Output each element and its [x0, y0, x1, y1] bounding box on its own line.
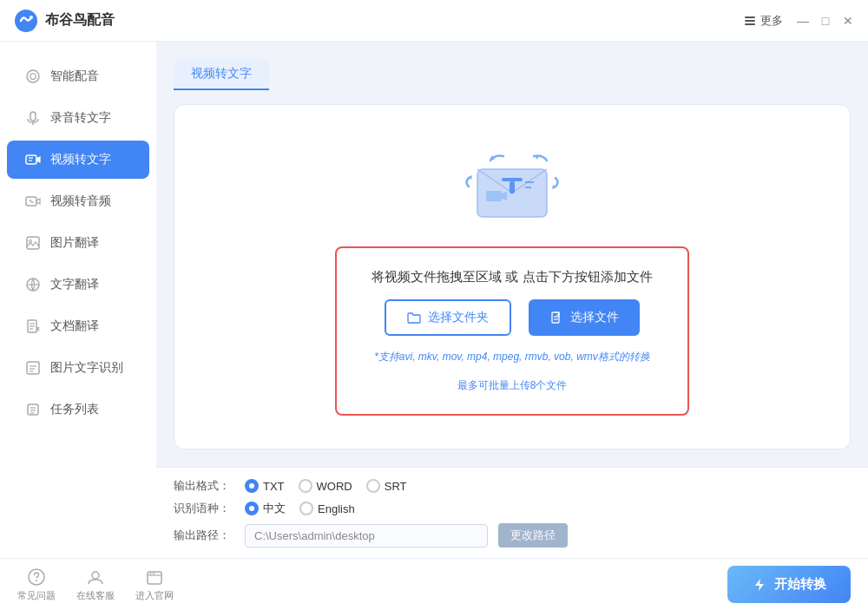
format-txt[interactable]: TXT	[245, 479, 285, 493]
svg-rect-37	[486, 191, 502, 201]
svg-rect-3	[745, 20, 755, 22]
sidebar-item-label: 文字翻译	[50, 277, 99, 292]
more-button[interactable]: 更多	[743, 13, 783, 29]
upload-box: 将视频文件拖拽至区域 或 点击下方按钮添加文件 选择文件夹	[335, 246, 688, 416]
sidebar-item-label: 视频转文字	[50, 152, 111, 167]
svg-rect-38	[552, 312, 559, 323]
svg-point-13	[30, 240, 32, 243]
batch-text: 最多可批量上传8个文件	[457, 378, 568, 393]
video-text-icon	[24, 151, 42, 168]
sidebar-item-text-translate[interactable]: 文字翻译	[7, 266, 149, 304]
svg-marker-36	[535, 155, 539, 160]
app-logo: 布谷鸟配音	[14, 9, 115, 33]
word-radio[interactable]	[299, 479, 312, 493]
sidebar-item-label: 任务列表	[50, 402, 99, 417]
support-text: *支持avi, mkv, mov, mp4, mpeg, rmvb, vob, …	[374, 350, 650, 364]
tab-video-to-text[interactable]: 视频转文字	[174, 59, 269, 90]
drop-zone[interactable]: 将视频文件拖拽至区域 或 点击下方按钮添加文件 选择文件夹	[174, 104, 851, 449]
official-site-icon	[145, 567, 164, 587]
svg-rect-8	[26, 155, 36, 164]
window-controls: — □ ✕	[797, 15, 854, 27]
sidebar-item-label: 文档翻译	[50, 318, 99, 334]
sidebar-item-video-to-text[interactable]: 视频转文字	[7, 141, 149, 179]
svg-rect-2	[745, 16, 755, 18]
sidebar-item-label: 视频转音频	[50, 193, 111, 209]
svg-point-47	[153, 573, 155, 574]
svg-point-1	[30, 16, 33, 19]
srt-radio[interactable]	[366, 479, 380, 493]
sidebar-item-task-list[interactable]: 任务列表	[7, 390, 149, 429]
drop-illustration	[460, 139, 564, 229]
lang-english[interactable]: English	[299, 502, 355, 515]
sidebar-item-label: 图片文字识别	[50, 360, 123, 376]
select-file-button[interactable]: 选择文件	[529, 299, 640, 336]
restore-button[interactable]: □	[819, 15, 832, 27]
app-title: 布谷鸟配音	[45, 11, 115, 30]
sidebar-item-video-to-audio[interactable]: 视频转音频	[7, 182, 149, 220]
path-label: 输出路径：	[174, 528, 234, 543]
video-audio-icon	[24, 193, 42, 210]
svg-point-0	[15, 10, 37, 32]
minimize-button[interactable]: —	[797, 15, 809, 27]
format-word[interactable]: WORD	[299, 479, 352, 493]
sidebar-item-recording-to-text[interactable]: 录音转文字	[7, 99, 149, 137]
svg-rect-4	[745, 23, 755, 25]
sidebar-item-image-ocr[interactable]: 图片文字识别	[7, 349, 149, 387]
bottom-options: 输出格式： TXT WORD SRT	[156, 467, 868, 558]
chinese-radio[interactable]	[245, 502, 259, 515]
svg-rect-30	[510, 181, 515, 193]
select-folder-button[interactable]: 选择文件夹	[385, 299, 511, 336]
online-service-icon	[86, 567, 105, 587]
lightning-icon	[752, 577, 767, 593]
sidebar-item-smart-dubbing[interactable]: 智能配音	[7, 57, 149, 95]
lang-chinese[interactable]: 中文	[245, 501, 286, 516]
faq-icon	[27, 567, 46, 587]
tab-bar: 视频转文字	[174, 59, 851, 90]
image-translate-icon	[24, 234, 42, 252]
start-convert-button[interactable]: 开始转换	[727, 566, 851, 603]
sidebar: 智能配音 录音转文字 视频转文字	[0, 42, 156, 558]
text-translate-icon	[24, 276, 42, 293]
footer-online-service[interactable]: 在线客服	[76, 567, 115, 602]
title-bar: 布谷鸟配音 更多 — □ ✕	[0, 0, 868, 42]
recording-icon	[24, 109, 42, 127]
svg-rect-6	[30, 112, 36, 121]
footer-official-site[interactable]: 进入官网	[135, 567, 174, 602]
sidebar-item-doc-translate[interactable]: 文档翻译	[7, 307, 149, 345]
svg-rect-29	[502, 178, 523, 181]
sidebar-item-label: 图片翻译	[50, 235, 99, 251]
file-icon	[549, 311, 563, 325]
content-area: 视频转文字	[156, 42, 868, 467]
smart-dubbing-icon	[24, 68, 42, 85]
language-radio-group: 中文 English	[245, 501, 355, 516]
svg-rect-44	[148, 572, 161, 584]
output-format-row: 输出格式： TXT WORD SRT	[174, 478, 851, 494]
upload-buttons: 选择文件夹 选择文件	[385, 299, 640, 336]
main-layout: 智能配音 录音转文字 视频转文字	[0, 42, 868, 558]
language-row: 识别语种： 中文 English	[174, 501, 851, 516]
svg-rect-12	[27, 237, 39, 249]
format-srt[interactable]: SRT	[366, 479, 407, 493]
format-radio-group: TXT WORD SRT	[245, 479, 407, 493]
path-input[interactable]	[245, 524, 488, 548]
path-row: 输出路径： 更改路径	[174, 523, 851, 548]
close-button[interactable]: ✕	[842, 15, 854, 27]
task-list-icon	[24, 401, 42, 418]
sidebar-item-image-translate[interactable]: 图片翻译	[7, 224, 149, 262]
layers-icon	[743, 14, 757, 28]
title-bar-right: 更多 — □ ✕	[743, 13, 854, 29]
logo-icon	[14, 9, 38, 33]
txt-radio[interactable]	[245, 479, 259, 493]
footer: 常见问题 在线客服 进入官网 开始转换	[0, 558, 868, 610]
svg-point-5	[27, 70, 39, 82]
svg-rect-20	[27, 362, 39, 374]
footer-faq[interactable]: 常见问题	[17, 567, 56, 602]
folder-icon	[407, 311, 421, 325]
english-radio[interactable]	[299, 502, 313, 515]
upload-illustration	[460, 139, 564, 226]
change-path-button[interactable]: 更改路径	[498, 523, 568, 548]
language-label: 识别语种：	[174, 501, 234, 516]
upload-hint: 将视频文件拖拽至区域 或 点击下方按钮添加文件	[372, 269, 652, 285]
sidebar-item-label: 录音转文字	[50, 110, 111, 126]
image-ocr-icon	[24, 359, 42, 377]
